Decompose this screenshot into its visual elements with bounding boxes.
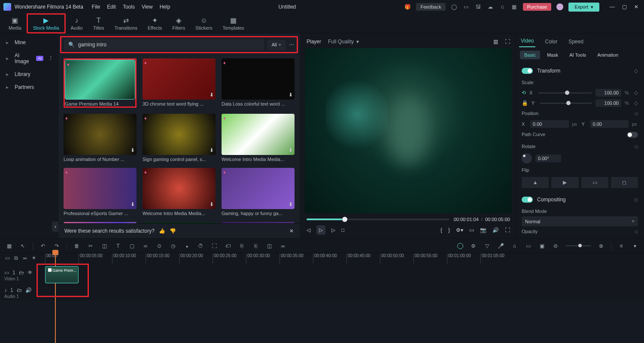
volume-icon[interactable]: 🔊 <box>492 227 499 233</box>
subtab-animation[interactable]: Animation <box>593 51 623 59</box>
tl-snap-icon[interactable]: ✶ <box>32 255 36 261</box>
download-icon[interactable]: ⬇ <box>131 147 135 153</box>
inspector-tab-color[interactable]: Color <box>543 36 559 47</box>
tl-magnet-icon[interactable]: ⧉ <box>14 255 18 261</box>
next-frame-icon[interactable]: ▷ <box>331 227 335 233</box>
player-preview[interactable] <box>305 48 512 213</box>
media-card[interactable]: ♦⬇ <box>64 222 137 223</box>
tl-undo-icon[interactable]: ↶ <box>39 243 47 249</box>
media-card[interactable]: ♦⬇ <box>222 222 295 223</box>
tl-chain-icon[interactable]: ⫘ <box>279 243 287 249</box>
tl-delete-icon[interactable]: 🗑 <box>73 243 81 249</box>
download-icon[interactable]: ⬇ <box>289 92 293 98</box>
tl-redo-icon[interactable]: ↷ <box>53 243 61 249</box>
timeline-clip[interactable]: Game Prem... <box>45 266 79 283</box>
menu-file[interactable]: File <box>92 4 100 10</box>
tl-gear-icon[interactable]: ⚙ <box>469 243 477 249</box>
gift-icon[interactable]: 🎁 <box>404 3 411 10</box>
feedback-close-icon[interactable]: ✕ <box>289 228 294 234</box>
tl-shield-icon[interactable]: ▽ <box>483 243 491 249</box>
scale-x-slider[interactable] <box>538 92 592 94</box>
tl-text-icon[interactable]: T <box>114 243 122 249</box>
user-avatar[interactable] <box>556 3 563 10</box>
tab-audio[interactable]: ♪Audio <box>66 15 88 32</box>
download-icon[interactable]: ⬇ <box>289 147 293 153</box>
marker-in-icon[interactable]: { <box>440 227 442 233</box>
tab-media[interactable]: ▣Media <box>3 15 27 32</box>
headphones-icon[interactable]: ♫ <box>499 3 506 10</box>
tl-cursor-icon[interactable]: ↖ <box>19 243 27 249</box>
tl-speed-icon[interactable]: ⊙ <box>155 243 163 249</box>
snapshot-icon[interactable]: ⛶ <box>505 39 510 45</box>
inspector-tab-speed[interactable]: Speed <box>567 36 585 47</box>
transform-toggle[interactable] <box>522 68 533 74</box>
track-folder-icon[interactable]: 🗁 <box>17 287 22 293</box>
download-icon[interactable]: ⬇ <box>210 201 214 207</box>
flip-90-button[interactable]: ▭ <box>581 177 608 188</box>
sidebar-item-ai-image[interactable]: ▸AI ImageAI⤴ <box>0 49 58 68</box>
media-card[interactable]: ♦⬇ <box>143 222 216 223</box>
feedback-button[interactable]: Feedback <box>416 3 445 11</box>
flip-h-button[interactable]: ▲ <box>522 177 549 188</box>
player-settings-icon[interactable]: ⚙▾ <box>456 227 463 233</box>
media-card[interactable]: ♦⬇Sign gaming control panel, s... <box>143 114 216 162</box>
tl-record-icon[interactable] <box>457 243 463 249</box>
stop-icon[interactable]: □ <box>341 227 344 233</box>
sidebar-item-library[interactable]: ▸Library <box>0 68 58 81</box>
media-card[interactable]: ♦⬇Welcome Intro Media Media... <box>222 114 295 162</box>
thumbs-down-icon[interactable]: 👎 <box>170 228 176 234</box>
media-card[interactable]: ♦⬇Loop animation of Number ... <box>64 114 137 162</box>
tab-stickers[interactable]: ☺Stickers <box>190 15 217 32</box>
tl-ripple-icon[interactable]: ▭ <box>5 255 10 261</box>
player-scrubber[interactable] <box>307 219 450 220</box>
menu-edit[interactable]: Edit <box>107 4 116 10</box>
blend-mode-select[interactable]: Normal▾ <box>522 216 638 226</box>
search-more-icon[interactable]: ⋯ <box>289 42 294 48</box>
inspector-tab-video[interactable]: Video <box>519 35 535 47</box>
tl-mic-icon[interactable]: 🎤 <box>497 243 504 249</box>
screen-icon[interactable]: ▭ <box>463 3 470 10</box>
tl-expand-icon[interactable]: ⛶ <box>210 243 218 249</box>
fullscreen-icon[interactable]: ⛶ <box>505 227 510 233</box>
apps-icon[interactable]: ▦ <box>511 3 518 10</box>
tl-cut-icon[interactable]: ✂ <box>87 243 94 249</box>
tab-transitions[interactable]: ⇄Transitions <box>109 15 143 32</box>
tl-tag-icon[interactable]: 🏷 <box>224 243 232 249</box>
tl-crop-icon[interactable]: ◫ <box>100 243 108 249</box>
menu-tools[interactable]: Tools <box>123 4 135 10</box>
link-icon[interactable]: ⟲ <box>522 90 526 96</box>
subtab-mask[interactable]: Mask <box>543 51 562 59</box>
search-input[interactable] <box>78 42 260 48</box>
scale-y-value[interactable]: 100.00 <box>595 99 621 107</box>
tl-zoom-in-icon[interactable]: ⊕ <box>597 243 605 249</box>
tl-timer-icon[interactable]: ⏱ <box>197 243 204 249</box>
sidebar-item-partners[interactable]: ▸Partners <box>0 81 58 94</box>
menu-help[interactable]: Help <box>160 4 170 10</box>
keyframe-icon[interactable]: ◇ <box>634 68 638 74</box>
subtab-aitools[interactable]: AI Tools <box>565 51 590 59</box>
play-icon[interactable]: ▷ <box>316 225 325 235</box>
tl-pip-icon[interactable]: ▣ <box>538 243 546 249</box>
search-filter-dropdown[interactable]: All▾ <box>267 39 286 50</box>
pos-y-value[interactable]: 0.00 <box>590 120 629 128</box>
camera-icon[interactable]: 📷 <box>480 227 486 233</box>
rotate-knob[interactable] <box>522 153 532 164</box>
track-mute-icon[interactable]: 🔊 <box>25 287 32 293</box>
media-card[interactable]: ♦Game Premium Media 14 <box>64 58 137 108</box>
media-card[interactable]: ♦⬇Data Loss colorful text word ... <box>222 58 295 108</box>
subtab-basic[interactable]: Basic <box>520 51 540 59</box>
tl-zoom-out-icon[interactable]: ⊖ <box>552 243 559 249</box>
tl-link-icon[interactable]: ∞ <box>142 243 149 249</box>
tl-detach-icon[interactable]: ◫ <box>265 243 273 249</box>
tab-effects[interactable]: ✦Effects <box>143 15 167 32</box>
maximize-icon[interactable]: ▢ <box>620 4 629 10</box>
flip-fit-button[interactable]: ◻ <box>611 177 638 188</box>
tab-stock-media[interactable]: ▶Stock Media <box>27 13 66 33</box>
tl-frame-icon[interactable]: ▢ <box>128 243 136 249</box>
pos-x-value[interactable]: 0.00 <box>530 120 569 128</box>
download-icon[interactable]: ⬇ <box>210 147 214 153</box>
save-icon[interactable]: 🖫 <box>475 3 482 10</box>
export-button[interactable]: Export▾ <box>568 3 599 12</box>
tl-copy-icon[interactable]: ⎘ <box>238 243 246 249</box>
display-icon[interactable]: ▭ <box>469 227 474 233</box>
